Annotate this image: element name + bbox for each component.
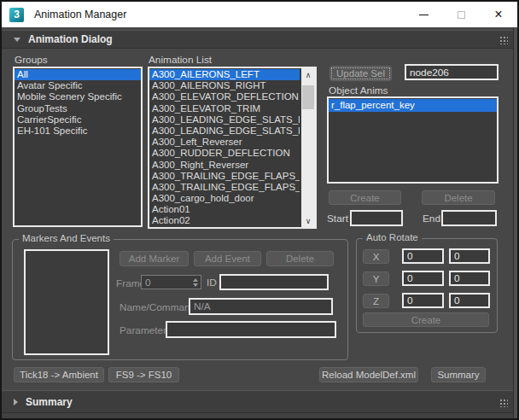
parameter-field[interactable] [166,321,336,338]
object-anims-list[interactable]: r_flap_percent_key [327,96,499,184]
window-controls: × [405,2,517,27]
auto-rotate-y-field-2[interactable]: 0 [449,271,490,286]
object-anims-label: Object Anims [329,85,388,96]
maximize-button[interactable] [442,2,480,27]
animation-list-label: Animation List [149,54,212,66]
rollout-expanded-icon [14,38,20,42]
auto-rotate-x-field-1[interactable]: 0 [402,248,444,264]
auto-rotate-z-button[interactable]: Z [363,294,389,308]
id-field[interactable] [219,274,329,290]
end-field[interactable] [441,210,497,226]
marker-delete-button[interactable]: Delete [266,251,334,266]
frame-value: 0 [145,277,151,289]
animation-list-item[interactable]: A300_LEADING_EDGE_SLATS_LEFT [149,114,300,125]
reload-modeldef-button[interactable]: Reload ModelDef.xml [319,367,418,382]
rollout-summary[interactable]: Summary [2,390,513,413]
animation-list-item[interactable]: A300_Right_Reverser [149,160,300,171]
start-label: Start [327,213,348,225]
rollout-right-gutter [513,27,518,418]
animation-list-scrollbar[interactable]: ∧ ∨ [301,68,315,227]
groups-list-item[interactable]: All [15,69,141,80]
animation-list-item[interactable]: A300_AILERONS_RIGHT [149,80,300,91]
name-command-label: Name/Command [120,301,195,313]
animation-manager-window: 3 Animation Manager × Animation Dialog G… [0,0,519,420]
groups-list-item[interactable]: CarrierSpecific [15,114,141,125]
animation-list-item[interactable]: Action01 [149,204,300,215]
3dsmax-app-icon: 3 [9,8,24,22]
minimize-button[interactable] [405,2,442,27]
rollout-animation-dialog-label: Animation Dialog [28,33,113,45]
markers-and-events-title: Markers And Events [19,233,114,243]
parameter-label: Parameter [120,324,166,336]
scroll-up-icon[interactable]: ∧ [301,68,315,81]
fs9-fs10-button[interactable]: FS9 -> FS10 [108,367,179,382]
auto-rotate-x-button[interactable]: X [363,249,389,264]
groups-list-item[interactable]: Avatar Specific [15,80,141,91]
update-sel-button[interactable]: Update Sel [329,66,392,81]
drag-grip-icon[interactable] [499,35,508,44]
animation-list-item[interactable]: A300_AILERONS_LEFT [149,69,300,80]
node-name-field[interactable]: node206 [405,64,499,80]
window-title: Animation Manager [34,9,126,20]
groups-list[interactable]: AllAvatar SpecificMobile Scenery Specifi… [13,67,143,227]
end-label: End [423,213,440,225]
scrollbar-thumb[interactable] [302,85,314,109]
spinner-down-icon[interactable] [193,283,198,287]
start-field[interactable] [350,210,403,226]
drag-grip-icon[interactable] [499,398,508,407]
animation-list-item[interactable]: A300_Left_Reverser [149,137,300,148]
name-command-field[interactable]: N/A [189,298,333,315]
close-button[interactable]: × [480,2,517,27]
add-event-button[interactable]: Add Event [194,251,261,266]
animation-list-item[interactable]: A300_RUDDER_DEFLECTION [149,148,300,159]
groups-list-item[interactable]: Mobile Scenery Specific [15,91,141,102]
auto-rotate-z-field-2[interactable]: 0 [449,293,490,308]
summary-button[interactable]: Summary [431,367,486,382]
auto-rotate-create-button[interactable]: Create [363,312,489,327]
animation-list-item[interactable]: A300_TRAILING_EDGE_FLAPS_LEFT [149,171,300,182]
scroll-down-icon[interactable]: ∨ [301,214,315,227]
animation-list-item[interactable]: A300_TRAILING_EDGE_FLAPS_RIGHT [149,182,300,193]
animation-list-item[interactable]: A300_ELEVATOR_TRIM [149,103,300,114]
close-icon: × [494,8,502,21]
markers-list[interactable] [24,249,109,355]
animation-list-item[interactable]: Action02 [149,215,300,226]
rollout-animation-dialog[interactable]: Animation Dialog [2,30,513,49]
titlebar[interactable]: 3 Animation Manager × [2,2,517,27]
auto-rotate-y-button[interactable]: Y [363,271,389,286]
tick18-ambient-button[interactable]: Tick18 -> Ambient [14,367,104,382]
groups-list-item[interactable]: GroupTests [15,103,141,114]
minimize-icon [419,15,429,15]
rollout-collapsed-icon [14,399,18,405]
animation-list-item[interactable]: A300_cargo_hold_door [149,193,300,204]
groups-label: Groups [15,54,48,66]
spinner-arrows-icon[interactable] [193,278,198,287]
animation-list-item[interactable]: A300_ELEVATOR_DEFLECTION [149,91,300,102]
rollout-summary-label: Summary [26,396,73,408]
window-bottom-strip [2,413,513,420]
animation-list[interactable]: A300_AILERONS_LEFTA300_AILERONS_RIGHTA30… [148,67,317,229]
auto-rotate-z-field-1[interactable]: 0 [402,293,444,308]
anim-create-button[interactable]: Create [329,190,401,205]
maximize-icon [458,11,465,19]
animation-list-item[interactable]: A300_LEADING_EDGE_SLATS_RIGHT [149,125,300,137]
spinner-up-icon[interactable] [193,278,198,282]
auto-rotate-y-field-1[interactable]: 0 [402,271,444,286]
auto-rotate-title: Auto Rotate [363,232,422,242]
id-label: ID [207,277,217,289]
frame-spinner[interactable]: 0 [141,275,201,289]
auto-rotate-x-field-2[interactable]: 0 [449,248,490,264]
anim-delete-button[interactable]: Delete [422,190,495,205]
groups-list-item[interactable]: EH-101 Specific [15,125,141,137]
object-anims-list-item[interactable]: r_flap_percent_key [329,99,497,112]
add-marker-button[interactable]: Add Marker [120,251,189,266]
